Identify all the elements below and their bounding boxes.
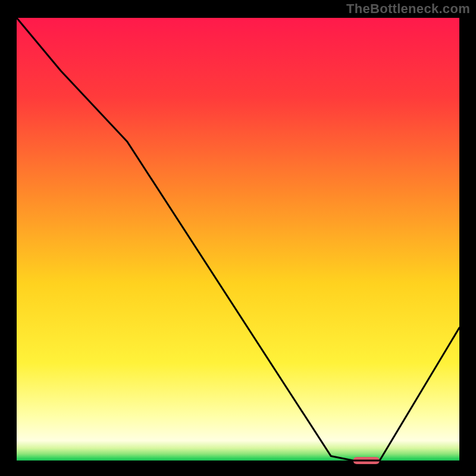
bottleneck-chart xyxy=(6,18,470,470)
gradient-background xyxy=(17,18,459,461)
chart-frame: TheBottleneck.com xyxy=(0,0,476,476)
plot-area xyxy=(6,18,470,470)
watermark-text: TheBottleneck.com xyxy=(346,1,470,17)
